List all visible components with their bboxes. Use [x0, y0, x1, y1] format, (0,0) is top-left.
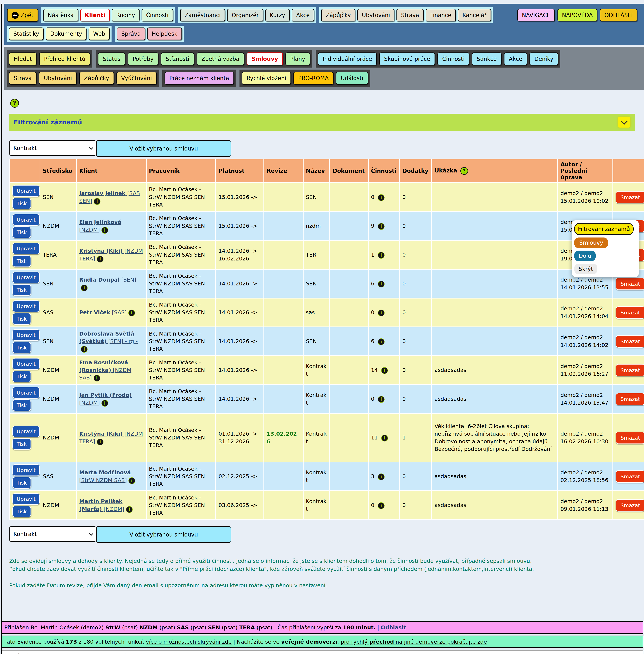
- info-icon[interactable]: i: [378, 194, 385, 201]
- nav-organizer[interactable]: Organizér: [227, 9, 263, 21]
- nav-dokumenty[interactable]: Dokumenty: [46, 27, 87, 40]
- footer-link[interactable]: pro rychlý: [341, 638, 369, 645]
- nav-web[interactable]: Web: [89, 27, 110, 40]
- delete-button[interactable]: Smazat: [616, 191, 644, 203]
- tab-pro-roma[interactable]: PRO-ROMA: [293, 72, 334, 84]
- footer-link[interactable]: na jiné demoverze pokračujte zde: [394, 638, 487, 645]
- info-icon[interactable]: i: [97, 256, 104, 263]
- tab-smlouvy[interactable]: Smlouvy: [247, 52, 283, 65]
- tab-sankce[interactable]: Sankce: [472, 52, 502, 65]
- info-icon[interactable]: i: [378, 502, 385, 509]
- info-icon[interactable]: i: [94, 375, 100, 382]
- print-button[interactable]: Tisk: [13, 438, 31, 450]
- tab-zpetna-vazba[interactable]: Zpětná vazba: [197, 52, 244, 65]
- info-icon[interactable]: i: [378, 252, 385, 259]
- nav-akce[interactable]: Akce: [292, 9, 314, 21]
- client-link[interactable]: Martin Pelíšek (Marťa) [NZDM]: [79, 498, 124, 512]
- nav-nastenka[interactable]: Nástěnka: [43, 9, 78, 21]
- print-button[interactable]: Tisk: [13, 226, 31, 238]
- nav-sprava[interactable]: Správa: [117, 27, 145, 40]
- info-icon[interactable]: i: [378, 223, 385, 230]
- client-link[interactable]: Jaroslav Jelínek [SAS SEN]: [79, 190, 140, 204]
- info-icon[interactable]: i: [378, 310, 385, 316]
- print-button[interactable]: Tisk: [13, 284, 31, 296]
- edit-button[interactable]: Upravit: [13, 271, 40, 283]
- footer-link[interactable]: www.pro-neziskovky.cz: [181, 653, 243, 654]
- print-button[interactable]: Tisk: [13, 198, 31, 209]
- nav-rodiny[interactable]: Rodiny: [112, 9, 140, 21]
- footer-link[interactable]: více o možnostech skrývání zde: [146, 638, 232, 645]
- nav-klienti[interactable]: Klienti: [80, 9, 110, 21]
- delete-button[interactable]: Smazat: [616, 277, 644, 290]
- info-icon[interactable]: i: [97, 439, 104, 445]
- edit-button[interactable]: Upravit: [13, 426, 40, 437]
- menu-dolu[interactable]: Dolů: [574, 250, 596, 261]
- client-link[interactable]: Kristýna (Kiki) [NZDM TERA]: [79, 248, 143, 262]
- nav-strava[interactable]: Strava: [396, 9, 423, 21]
- info-icon[interactable]: i: [81, 285, 88, 291]
- client-link[interactable]: Ema Rosničková (Rosnička) [NZDM SAS]: [79, 359, 131, 381]
- tab-individualni-prace[interactable]: Individuální práce: [318, 52, 377, 65]
- nav-statistiky[interactable]: Statistiky: [9, 27, 44, 40]
- info-icon[interactable]: i: [81, 346, 88, 353]
- edit-button[interactable]: Upravit: [13, 214, 40, 225]
- info-icon[interactable]: i: [378, 396, 385, 403]
- print-button[interactable]: Tisk: [13, 370, 31, 382]
- delete-button[interactable]: Smazat: [616, 432, 644, 444]
- tab-hledat[interactable]: Hledat: [9, 52, 37, 65]
- nav-odhlasit[interactable]: ODHLÁSIT: [600, 9, 637, 21]
- info-icon[interactable]: i: [126, 506, 133, 513]
- collapse-filter-button[interactable]: [618, 117, 630, 127]
- info-icon[interactable]: i: [101, 400, 108, 407]
- tab-prace-neznam-klienta[interactable]: Práce neznám klienta: [164, 72, 234, 84]
- tab-strava[interactable]: Strava: [9, 72, 37, 84]
- edit-button[interactable]: Upravit: [13, 464, 40, 476]
- tab-cinnosti[interactable]: Činnosti: [437, 52, 469, 65]
- tab-plany[interactable]: Plány: [285, 52, 310, 65]
- edit-button[interactable]: Upravit: [13, 387, 40, 398]
- client-link[interactable]: Petr Vlček [SAS]: [79, 309, 127, 316]
- info-icon[interactable]: i: [378, 474, 385, 480]
- nav-zamestnanci[interactable]: Zaměstnanci: [180, 9, 225, 21]
- client-link[interactable]: Kristýna (Kiki) [NZDM TERA]: [79, 431, 143, 444]
- tab-vyuctovani[interactable]: Vyúčtování: [116, 72, 157, 84]
- client-link[interactable]: Marta Modřínová [StrW NZDM SAS]: [79, 469, 131, 483]
- insert-contract-button[interactable]: Vložit vybranou smlouvu: [96, 140, 231, 157]
- tab-ubytovani[interactable]: Ubytování: [39, 72, 77, 84]
- delete-button[interactable]: Smazat: [616, 470, 644, 483]
- contract-type-select[interactable]: Kontrakt: [9, 140, 96, 156]
- edit-button[interactable]: Upravit: [13, 300, 40, 312]
- print-button[interactable]: Tisk: [13, 477, 31, 489]
- tab-status[interactable]: Status: [98, 52, 125, 65]
- delete-button[interactable]: Smazat: [616, 335, 644, 347]
- footer-link[interactable]: přechod: [369, 638, 394, 645]
- print-button[interactable]: Tisk: [13, 255, 31, 267]
- tab-stiznosti[interactable]: Stížnosti: [161, 52, 194, 65]
- contract-type-select-bottom[interactable]: Kontrakt: [9, 526, 96, 542]
- edit-button[interactable]: Upravit: [13, 358, 40, 370]
- back-button[interactable]: ← Zpět: [7, 9, 38, 22]
- info-icon[interactable]: i: [378, 338, 385, 345]
- tab-udalosti[interactable]: Události: [336, 72, 368, 84]
- info-icon[interactable]: i: [128, 310, 135, 316]
- nav-ubytovani[interactable]: Ubytování: [358, 9, 395, 21]
- client-link[interactable]: Elen Jelínková [NZDM]: [79, 219, 121, 233]
- info-icon[interactable]: i: [94, 198, 100, 205]
- info-icon[interactable]: i: [378, 281, 385, 287]
- nav-navigace[interactable]: NAVIGACE: [518, 9, 555, 21]
- print-button[interactable]: Tisk: [13, 506, 31, 517]
- print-button[interactable]: Tisk: [13, 313, 31, 325]
- menu-smlouvy[interactable]: Smlouvy: [574, 238, 608, 248]
- footer-link[interactable]: Sonic.cgi: [30, 653, 54, 654]
- nav-zapujcky[interactable]: Zápůjčky: [321, 9, 355, 21]
- tab-deniky[interactable]: Deníky: [529, 52, 558, 65]
- nav-kurzy[interactable]: Kurzy: [265, 9, 290, 21]
- edit-button[interactable]: Upravit: [13, 243, 40, 255]
- delete-button[interactable]: Smazat: [616, 364, 644, 377]
- tab-potreby[interactable]: Potřeby: [128, 52, 158, 65]
- ukazka-help-icon[interactable]: ?: [460, 167, 468, 175]
- nav-cinnosti[interactable]: Činnosti: [141, 9, 173, 21]
- client-link[interactable]: Rudla Doupal [SEN]: [79, 276, 136, 283]
- print-button[interactable]: Tisk: [13, 342, 31, 354]
- footer-link[interactable]: petr@pro-neziskovky.cz: [300, 653, 363, 654]
